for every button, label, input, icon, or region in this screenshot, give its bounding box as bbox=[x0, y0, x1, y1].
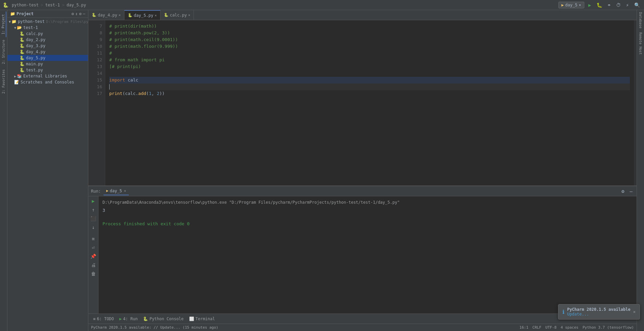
right-tab-database[interactable]: Database bbox=[638, 10, 643, 30]
tree-icon-test: 🐍 bbox=[20, 68, 25, 72]
tree-item-day2[interactable]: 🐍 day_2.py bbox=[7, 37, 88, 43]
tab-structure[interactable]: 2: Structure bbox=[1, 37, 6, 67]
project-folder-icon: 📁 bbox=[10, 11, 15, 16]
tree-item-day5[interactable]: 🐍 day_5.py bbox=[7, 55, 88, 61]
title-bar: 🐍 python-test > test-1 > day_5.py ▶ day_… bbox=[0, 0, 644, 10]
run-tree-icon[interactable]: ≡ bbox=[91, 235, 95, 242]
code-line-9: # print(math.ceil(9.0001)) bbox=[109, 36, 630, 43]
tab-calc[interactable]: 🐍 calc.py ✕ bbox=[160, 10, 194, 20]
right-tab-remote-host[interactable]: Remote Host bbox=[638, 30, 643, 57]
notification-popup: ℹ PyCharm 2020.1.5 available Update... ✕ bbox=[558, 304, 640, 320]
tree-item-extlib[interactable]: ▶ 📚 External Libraries bbox=[7, 73, 88, 79]
tree-item-day4[interactable]: 🐍 day_4.py bbox=[7, 49, 88, 55]
run-tab-day5[interactable]: ▶ day_5 ✕ bbox=[104, 187, 129, 195]
run-stop-icon[interactable]: ⬛ bbox=[90, 215, 97, 222]
concurrency-button[interactable]: ⚡ bbox=[625, 2, 630, 8]
tab-favorites[interactable]: 2: Favorites bbox=[1, 67, 6, 96]
bottom-toolbar: ≡ 6: TODO ▶ 4: Run 🐍 Python Console ⬜ Te… bbox=[88, 313, 637, 324]
tree-item-test1[interactable]: ▼ 📂 test-1 bbox=[7, 25, 88, 31]
tree-label-day4: day_4.py bbox=[26, 49, 46, 54]
run-tab-icon: ▶ bbox=[106, 189, 109, 193]
tab-label-calc: calc.py bbox=[170, 13, 187, 18]
debug-button[interactable]: 🐛 bbox=[595, 2, 604, 8]
status-left: PyCharm 2020.1.5 available: // Update...… bbox=[91, 325, 218, 330]
status-indent[interactable]: 4 spaces bbox=[561, 325, 579, 330]
status-encoding[interactable]: UTF-8 bbox=[546, 325, 557, 330]
tree-label-scratches: Scratches and Consoles bbox=[21, 80, 74, 85]
run-tab-name: day_5 bbox=[110, 189, 122, 193]
todo-icon: ≡ bbox=[93, 317, 95, 321]
run-print-icon[interactable]: 🖨 bbox=[90, 262, 96, 268]
tree-item-root[interactable]: ▼ 📁 python-test D:\Program Files\py bbox=[7, 19, 88, 25]
tool-terminal[interactable]: ⬜ Terminal bbox=[187, 316, 217, 322]
run-config-selector[interactable]: ▶ day_5 ▾ bbox=[558, 2, 584, 8]
notification-icon: ℹ bbox=[562, 309, 564, 315]
tab-day4[interactable]: 🐍 day_4.py ✕ bbox=[88, 10, 124, 20]
run-trash-icon[interactable]: 🗑 bbox=[90, 270, 96, 277]
code-line-13: ⌈# print(pi) bbox=[109, 63, 630, 70]
panel-collapse-icon[interactable]: ↕ bbox=[75, 11, 78, 16]
python-console-icon: 🐍 bbox=[143, 317, 148, 321]
tree-icon-scratches: 📝 bbox=[14, 80, 19, 85]
file-tree: ▼ 📁 python-test D:\Program Files\py ▼ 📂 … bbox=[7, 18, 88, 331]
tree-item-calc[interactable]: 🐍 calc.py bbox=[7, 31, 88, 37]
project-breadcrumb: python-test bbox=[12, 3, 38, 7]
code-line-15: import calc bbox=[109, 77, 630, 84]
run-up-icon[interactable]: ↑ bbox=[91, 206, 95, 213]
run-play-icon[interactable]: ▶ bbox=[91, 198, 95, 204]
status-line-col[interactable]: 16:1 bbox=[520, 325, 529, 330]
status-line-ending[interactable]: CRLF bbox=[532, 325, 541, 330]
project-panel-header: 📁 Project ⚙ ↕ ⚙ — bbox=[7, 10, 88, 18]
tab-day5[interactable]: 🐍 day_5.py ✕ bbox=[124, 10, 160, 20]
tab-project[interactable]: 1: Project bbox=[1, 11, 6, 37]
status-pycharm-update[interactable]: PyCharm 2020.1.5 available: // Update...… bbox=[91, 325, 218, 330]
panel-minimize-icon[interactable]: — bbox=[83, 11, 85, 16]
tree-item-main[interactable]: 🐍 main.py bbox=[7, 61, 88, 67]
tree-item-test[interactable]: 🐍 test.py bbox=[7, 67, 88, 73]
panel-sync-icon[interactable]: ⚙ bbox=[71, 11, 74, 16]
search-button[interactable]: 🔍 bbox=[633, 2, 641, 8]
title-bar-actions: ▶ day_5 ▾ ▶ 🐛 ☂ ⏱ ⚡ 🔍 bbox=[558, 2, 641, 8]
status-python-version[interactable]: Python 3.7 (tensorflow) bbox=[583, 325, 634, 330]
code-line-8: # print(math.pow(2, 3)) bbox=[109, 30, 630, 36]
profile-button[interactable]: ⏱ bbox=[615, 2, 622, 8]
python-console-label: Python Console bbox=[149, 317, 183, 321]
notification-close-button[interactable]: ✕ bbox=[633, 309, 636, 314]
tool-todo[interactable]: ≡ 6: TODO bbox=[91, 316, 116, 322]
tree-icon-test1: 📂 bbox=[17, 25, 22, 30]
run-command: D:\ProgramData\Anaconda3\envs\tensorflow… bbox=[103, 199, 633, 206]
run-minimize-icon[interactable]: — bbox=[628, 188, 634, 195]
run-settings-icon[interactable]: ⚙ bbox=[620, 188, 625, 195]
run-down-icon[interactable]: ↓ bbox=[91, 224, 95, 231]
project-panel: 📁 Project ⚙ ↕ ⚙ — ▼ 📁 python-test D:\Pro… bbox=[7, 10, 88, 331]
folder-breadcrumb: test-1 bbox=[45, 3, 60, 7]
code-content[interactable]: # print(dir(math)) # print(math.pow(2, 3… bbox=[105, 20, 634, 186]
run-softrap-icon[interactable]: ⏎ bbox=[91, 244, 95, 251]
tree-icon-day3: 🐍 bbox=[20, 43, 25, 48]
coverage-button[interactable]: ☂ bbox=[606, 2, 612, 8]
tree-item-day3[interactable]: 🐍 day_3.py bbox=[7, 43, 88, 49]
run-pin-icon[interactable]: 📌 bbox=[90, 253, 97, 260]
tool-python-console[interactable]: 🐍 Python Console bbox=[141, 316, 185, 322]
run-output[interactable]: D:\ProgramData\Anaconda3\envs\tensorflow… bbox=[98, 196, 637, 313]
code-editor[interactable]: 7 8 9 10 11 12 13 14 15 16 17 # print(di… bbox=[88, 20, 637, 186]
tree-label-day5: day_5.py bbox=[26, 56, 46, 60]
tab-close-calc[interactable]: ✕ bbox=[188, 13, 190, 17]
status-bar: PyCharm 2020.1.5 available: // Update...… bbox=[88, 324, 637, 331]
run-tab-close[interactable]: ✕ bbox=[124, 189, 126, 193]
tab-label-day5: day_5.py bbox=[134, 13, 153, 18]
right-side-bar: Database Remote Host bbox=[637, 10, 644, 331]
tree-icon-day2: 🐍 bbox=[20, 37, 25, 42]
tree-label-calc: calc.py bbox=[26, 31, 43, 36]
panel-header-actions: ⚙ ↕ ⚙ — bbox=[71, 11, 85, 16]
tab-close-day4[interactable]: ✕ bbox=[119, 13, 121, 17]
run-button[interactable]: ▶ bbox=[587, 2, 592, 8]
tab-close-day5[interactable]: ✕ bbox=[155, 13, 157, 17]
tree-icon-extlib: 📚 bbox=[17, 74, 22, 78]
tree-item-scratches[interactable]: 📝 Scratches and Consoles bbox=[7, 79, 88, 85]
notification-update-link[interactable]: Update... bbox=[567, 312, 631, 317]
tool-run[interactable]: ▶ 4: Run bbox=[117, 316, 140, 322]
tree-icon-main: 🐍 bbox=[20, 62, 25, 66]
panel-settings-icon[interactable]: ⚙ bbox=[79, 11, 82, 16]
tab-icon-calc: 🐍 bbox=[164, 13, 169, 17]
